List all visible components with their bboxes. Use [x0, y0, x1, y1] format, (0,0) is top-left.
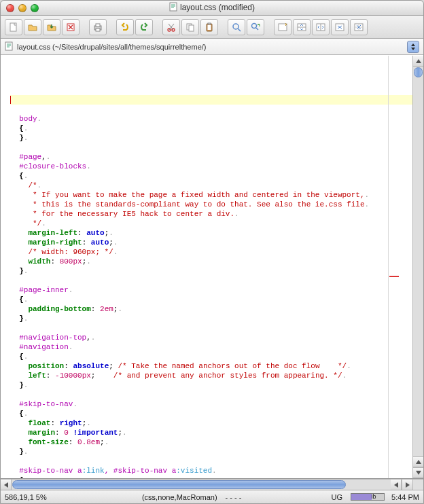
unsplit-all-button[interactable] [350, 19, 368, 35]
scroll-up-icon[interactable] [413, 456, 423, 467]
close-button[interactable] [62, 19, 80, 35]
editor-window: layout.css (modified) [0, 0, 424, 504]
open-button[interactable] [24, 19, 41, 35]
document-icon [5, 41, 13, 52]
code-editor[interactable]: body. {. }. #page,. #closure-blocks. {. … [9, 56, 412, 478]
code-line[interactable] [10, 456, 412, 466]
svg-point-13 [233, 24, 238, 29]
svg-rect-20 [5, 42, 12, 50]
code-line[interactable]: {. [10, 475, 412, 478]
svg-rect-5 [96, 29, 100, 31]
code-line[interactable] [10, 105, 412, 114]
code-line[interactable]: }. [10, 266, 412, 276]
svg-rect-11 [208, 23, 211, 24]
code-line[interactable]: left: -10000px; /* and prevent any ancho… [10, 371, 412, 380]
code-line[interactable]: position: absolute; /* Take the named an… [10, 361, 412, 371]
code-line[interactable]: margin: 0 !important;. [10, 428, 412, 437]
status-encoding: (css,none,MacRoman) [142, 493, 217, 501]
code-line[interactable]: #navigation-top,. [10, 333, 412, 342]
code-line[interactable]: }. [10, 447, 412, 456]
scroll-left-icon[interactable] [391, 480, 402, 490]
paste-button[interactable] [200, 19, 218, 35]
save-button[interactable] [43, 19, 60, 35]
status-bar: 586,19,1 5% (css,none,MacRoman) - - - - … [1, 490, 423, 503]
svg-rect-4 [96, 24, 100, 26]
code-line[interactable]: #page,. [10, 152, 412, 162]
code-line[interactable]: {. [10, 124, 412, 133]
code-line[interactable]: width: 800px;. [10, 257, 412, 266]
print-button[interactable] [89, 19, 107, 35]
code-line[interactable]: margin-left: auto;. [10, 228, 412, 238]
svg-point-14 [252, 23, 257, 28]
code-line[interactable]: font-size: 0.8em;. [10, 437, 412, 447]
code-line[interactable]: * this is the standards-compliant way to… [10, 200, 412, 209]
code-line[interactable]: }. [10, 133, 412, 143]
code-line[interactable]: */. [10, 219, 412, 228]
buffer-path: layout.css (~/Sites/drupal/sites/all/the… [17, 43, 404, 51]
code-line[interactable] [10, 143, 412, 152]
code-line[interactable]: {. [10, 409, 412, 418]
right-margin-line [388, 56, 389, 478]
scroll-thumb-vertical[interactable] [414, 67, 423, 77]
code-line[interactable]: padding-bottom: 2em;. [10, 304, 412, 314]
new-button[interactable] [5, 19, 22, 35]
svg-rect-0 [170, 3, 177, 11]
new-view-button[interactable] [274, 19, 292, 35]
code-line[interactable]: #skip-to-nav. [10, 399, 412, 409]
find-button[interactable] [228, 19, 245, 35]
cut-button[interactable] [162, 19, 180, 35]
code-line[interactable]: * If you want to make the page a fixed w… [10, 190, 412, 200]
code-line[interactable]: {. [10, 295, 412, 304]
minimize-window-icon[interactable] [18, 4, 26, 12]
scroll-track-horizontal[interactable] [12, 480, 391, 490]
svg-rect-9 [189, 25, 194, 31]
code-line[interactable]: }. [10, 314, 412, 323]
buffer-dropdown-icon[interactable] [407, 41, 419, 53]
scroll-right-icon[interactable] [402, 480, 412, 490]
code-line[interactable] [10, 323, 412, 333]
code-line[interactable]: {. [10, 171, 412, 181]
close-window-icon[interactable] [6, 4, 14, 12]
memory-indicator: 6/8Mb [349, 493, 385, 501]
scroll-left-icon[interactable] [1, 480, 12, 490]
code-line[interactable]: #navigation. [10, 342, 412, 352]
scroll-thumb-horizontal[interactable] [12, 480, 346, 489]
zoom-window-icon[interactable] [31, 4, 39, 12]
code-line[interactable] [10, 95, 412, 105]
find-replace-button[interactable] [247, 19, 264, 35]
editor-area: body. {. }. #page,. #closure-blocks. {. … [1, 55, 423, 479]
scroll-down-icon[interactable] [413, 467, 423, 478]
status-flags: - - - - [226, 493, 242, 501]
status-position: 586,19,1 5% [5, 493, 47, 501]
split-vert-button[interactable] [312, 19, 330, 35]
undo-button[interactable] [116, 19, 134, 35]
redo-button[interactable] [135, 19, 153, 35]
gutter[interactable] [1, 56, 9, 478]
overview-mark [389, 276, 399, 277]
scroll-up-icon[interactable] [413, 56, 423, 67]
buffer-switcher[interactable]: layout.css (~/Sites/drupal/sites/all/the… [1, 39, 423, 55]
toolbar [1, 16, 423, 39]
code-line[interactable]: {. [10, 352, 412, 361]
code-line[interactable]: }. [10, 380, 412, 390]
code-line[interactable]: #closure-blocks. [10, 162, 412, 171]
svg-rect-12 [208, 25, 211, 30]
code-line[interactable]: body. [10, 114, 412, 124]
code-line[interactable] [10, 390, 412, 399]
unsplit-button[interactable] [331, 19, 349, 35]
titlebar[interactable]: layout.css (modified) [1, 1, 423, 16]
resize-corner[interactable] [412, 480, 423, 490]
code-line[interactable] [10, 276, 412, 285]
code-line[interactable]: /*. [10, 181, 412, 190]
code-line[interactable]: /* width: 960px; */. [10, 247, 412, 257]
horizontal-scrollbar[interactable] [1, 479, 423, 490]
code-line[interactable]: margin-right: auto;. [10, 238, 412, 247]
status-ug: UG [332, 493, 343, 501]
code-line[interactable]: float: right;. [10, 418, 412, 428]
code-line[interactable]: #page-inner. [10, 285, 412, 295]
code-line[interactable]: * for the necessary IE5 hack to center a… [10, 209, 412, 219]
vertical-scrollbar[interactable] [412, 56, 423, 478]
copy-button[interactable] [181, 19, 199, 35]
split-horiz-button[interactable] [293, 19, 311, 35]
code-line[interactable]: #skip-to-nav a:link, #skip-to-nav a:visi… [10, 466, 412, 475]
